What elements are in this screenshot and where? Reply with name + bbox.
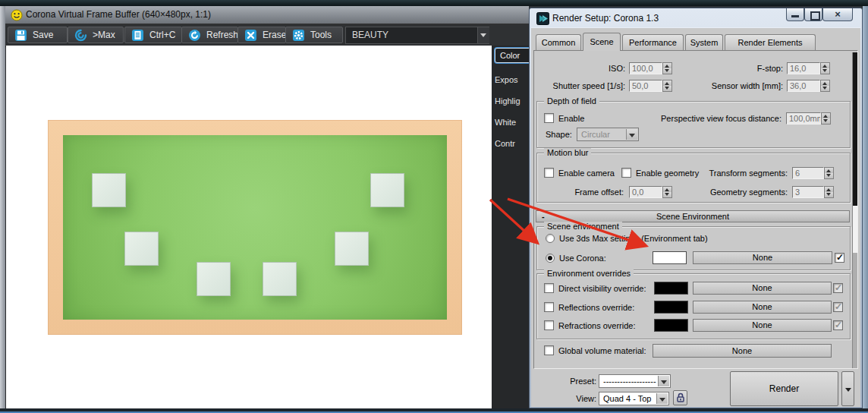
- side-tab-colormap[interactable]: Color: [495, 48, 529, 63]
- save-button[interactable]: Save: [8, 27, 68, 43]
- scene-environment-group-title: Scene environment: [544, 222, 622, 231]
- sensor-width-field[interactable]: 36,0: [787, 80, 820, 92]
- frame-offset-label: Frame offset:: [571, 188, 624, 197]
- transform-segments-field[interactable]: 6: [792, 167, 824, 179]
- shutter-speed-spinner[interactable]: [662, 80, 672, 92]
- transform-segments-spinner[interactable]: [824, 167, 834, 179]
- mb-enable-geometry-checkbox[interactable]: [621, 168, 631, 178]
- iso-spinner[interactable]: [662, 62, 672, 74]
- fstop-field[interactable]: 16,0: [787, 62, 820, 74]
- mb-enable-camera-checkbox[interactable]: [544, 168, 554, 178]
- tab-render-elements[interactable]: Render Elements: [725, 34, 816, 50]
- smiley-icon: [11, 9, 23, 21]
- shape-label: Shape:: [546, 130, 572, 139]
- direct-visibility-color-swatch[interactable]: [654, 282, 688, 295]
- send-to-max-button[interactable]: >Max: [68, 27, 124, 43]
- geometry-segments-label: Geometry segments:: [706, 188, 788, 197]
- shape-dropdown-value: Circular: [581, 130, 610, 139]
- tab-system[interactable]: System: [685, 34, 723, 50]
- tab-scene[interactable]: Scene: [583, 33, 621, 51]
- depth-of-field-group-title: Depth of field: [544, 96, 599, 106]
- side-tab-highlight[interactable]: Highlig: [495, 96, 520, 106]
- render-options-dropdown-button[interactable]: [841, 371, 854, 406]
- vfb-toolbar: Save >Max Ctrl+C: [5, 24, 529, 47]
- iso-field[interactable]: 100,0: [629, 62, 662, 74]
- minimize-button[interactable]: [786, 8, 804, 21]
- minimize-icon: [791, 15, 799, 17]
- spinner-down-icon[interactable]: [665, 69, 669, 72]
- refractions-map-enable-checkbox[interactable]: ✓: [833, 320, 843, 330]
- direct-visibility-map-button[interactable]: None: [693, 282, 832, 295]
- refractions-override-checkbox[interactable]: [544, 320, 554, 330]
- render-channel-select[interactable]: BEAUTY: [345, 27, 489, 44]
- tab-common[interactable]: Common: [536, 34, 581, 50]
- reflections-map-button[interactable]: None: [693, 301, 832, 314]
- tab-performance[interactable]: Performance: [622, 34, 684, 50]
- dialog-scrollbar-track[interactable]: [852, 52, 857, 206]
- side-tab-contrast[interactable]: Contr: [495, 139, 515, 148]
- corona-logo-icon: [74, 29, 87, 42]
- vfb-window-title: Corona Virtual Frame Buffer (640×480px, …: [26, 9, 211, 20]
- copy-button[interactable]: Ctrl+C: [124, 27, 182, 43]
- view-dropdown[interactable]: Quad 4 - Top: [599, 392, 669, 405]
- refresh-button[interactable]: Refresh: [181, 27, 238, 43]
- environment-color-swatch[interactable]: [653, 251, 687, 264]
- motion-blur-group-title: Motion blur: [544, 148, 591, 157]
- render-channel-value: BEAUTY: [352, 30, 388, 40]
- dialog-scrollbar-track-lower[interactable]: [852, 253, 857, 368]
- global-volume-map-button[interactable]: None: [653, 344, 832, 358]
- dof-enable-checkbox[interactable]: [544, 113, 554, 123]
- refractions-map-button[interactable]: None: [693, 319, 832, 332]
- tools-button[interactable]: Tools: [285, 27, 343, 43]
- checkmark-icon: ✓: [835, 320, 842, 330]
- vfb-render-canvas[interactable]: [6, 46, 492, 408]
- reflections-color-swatch[interactable]: [654, 301, 688, 314]
- focus-distance-spinner[interactable]: [821, 112, 831, 125]
- vfb-titlebar[interactable]: Corona Virtual Frame Buffer (640×480px, …: [5, 6, 529, 24]
- sensor-width-spinner[interactable]: [820, 80, 830, 92]
- shape-dropdown[interactable]: Circular: [577, 128, 639, 141]
- dialog-scrollbar-thumb[interactable]: [852, 206, 857, 253]
- view-dropdown-value: Quad 4 - Top: [603, 394, 651, 403]
- mb-enable-camera-label: Enable camera: [558, 169, 615, 178]
- direct-visibility-override-checkbox[interactable]: [544, 283, 554, 293]
- reflections-override-label: Reflections override:: [558, 303, 634, 312]
- use-3dsmax-settings-radio[interactable]: [546, 234, 555, 243]
- maximize-button[interactable]: [804, 8, 822, 21]
- erase-button-label: Erase: [263, 30, 286, 40]
- spinner-up-icon[interactable]: [665, 65, 669, 68]
- side-tab-exposure[interactable]: Expos: [495, 75, 518, 84]
- scene-environment-rollout[interactable]: - Scene Environment: [536, 210, 850, 222]
- close-icon: ×: [835, 8, 841, 20]
- view-label: View:: [565, 394, 596, 403]
- render-channel-dropdown-button[interactable]: [477, 27, 489, 43]
- rendered-cube: [335, 232, 369, 266]
- shutter-speed-field[interactable]: 50,0: [629, 80, 662, 92]
- dialog-title: Render Setup: Corona 1.3: [552, 13, 659, 24]
- frame-offset-field[interactable]: 0,0: [629, 186, 662, 198]
- frame-offset-spinner[interactable]: [662, 186, 672, 198]
- reflections-override-checkbox[interactable]: [544, 302, 554, 312]
- reflections-map-enable-checkbox[interactable]: ✓: [833, 302, 843, 312]
- fstop-spinner[interactable]: [820, 62, 830, 74]
- rendered-cube: [92, 173, 126, 207]
- view-lock-button[interactable]: [673, 390, 687, 405]
- geometry-segments-field[interactable]: 3: [792, 186, 824, 198]
- focus-distance-label: Perspective view focus distance:: [626, 114, 782, 123]
- render-button[interactable]: Render: [730, 371, 838, 406]
- focus-distance-field[interactable]: 100,0mm: [786, 112, 821, 125]
- sensor-width-label: Sensor width [mm]:: [687, 81, 783, 90]
- environment-map-enable-checkbox[interactable]: ✓: [835, 253, 844, 263]
- geometry-segments-spinner[interactable]: [824, 186, 834, 198]
- side-tab-white-balance[interactable]: White: [495, 118, 516, 127]
- refractions-color-swatch[interactable]: [654, 319, 688, 332]
- close-button[interactable]: ×: [822, 8, 853, 21]
- erase-button[interactable]: Erase: [237, 27, 286, 43]
- global-volume-checkbox[interactable]: [544, 345, 554, 355]
- environment-map-button[interactable]: None: [693, 251, 832, 264]
- direct-visibility-map-enable-checkbox[interactable]: ✓: [833, 283, 843, 293]
- use-corona-radio[interactable]: [546, 254, 555, 263]
- collapse-icon[interactable]: -: [542, 211, 545, 222]
- maximize-icon: [810, 11, 820, 20]
- preset-dropdown[interactable]: -------------------: [599, 374, 671, 388]
